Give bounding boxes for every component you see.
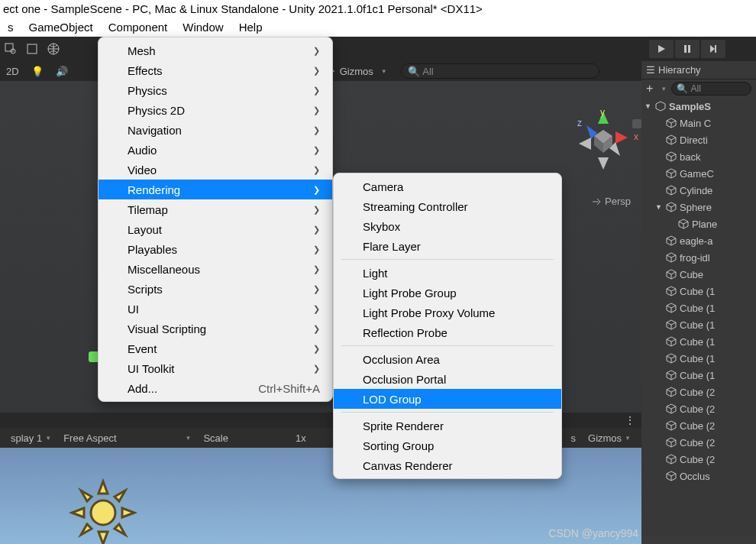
- menu-gameobject[interactable]: GameObject: [21, 19, 101, 35]
- hierarchy-item[interactable]: Cube (2: [641, 434, 756, 451]
- chevron-right-icon: ❯: [313, 66, 320, 76]
- menu-item-occlusion-portal[interactable]: Occlusion Portal: [334, 369, 561, 389]
- svg-line-106: [667, 423, 671, 426]
- scene-root[interactable]: ▼SampleS: [641, 98, 756, 115]
- menu-item-ui[interactable]: UI❯: [99, 299, 332, 319]
- svg-line-54: [667, 205, 671, 207]
- hierarchy-item[interactable]: frog-idl: [641, 249, 756, 266]
- menu-item-scripts[interactable]: Scripts❯: [99, 279, 332, 299]
- menu-window[interactable]: Window: [175, 19, 231, 35]
- gameobject-icon: [666, 202, 677, 212]
- game-gizmos-dropdown[interactable]: Gizmos▼: [582, 432, 637, 444]
- menu-item-navigation[interactable]: Navigation❯: [99, 120, 332, 140]
- game-s-toggle[interactable]: s: [565, 432, 583, 444]
- svg-line-55: [671, 205, 676, 207]
- menu-item-tilemap[interactable]: Tilemap❯: [99, 199, 332, 219]
- audio-toggle-icon[interactable]: 🔊: [50, 66, 74, 77]
- axis-z: z: [577, 118, 582, 128]
- kebab-menu-icon[interactable]: ⋮: [625, 414, 635, 426]
- hierarchy-item[interactable]: Occlus: [641, 468, 756, 484]
- svg-line-103: [671, 406, 676, 409]
- menu-item-visual-scripting[interactable]: Visual Scripting❯: [99, 319, 332, 338]
- perspective-label[interactable]: Persp: [591, 196, 631, 207]
- menu-item-streaming-controller[interactable]: Streaming Controller: [334, 196, 561, 216]
- svg-line-34: [667, 121, 671, 123]
- menu-item-effects[interactable]: Effects❯: [99, 60, 332, 80]
- hierarchy-search-input[interactable]: 🔍 All: [671, 82, 751, 96]
- hierarchy-item[interactable]: Cube (2: [641, 384, 756, 400]
- menu-item-flare-layer[interactable]: Flare Layer: [334, 236, 561, 256]
- menu-item-canvas-renderer[interactable]: Canvas Renderer: [334, 455, 561, 475]
- expand-arrow-icon[interactable]: ▼: [655, 203, 663, 211]
- rect-tool-icon[interactable]: [21, 40, 43, 58]
- menu-item-event[interactable]: Event❯: [99, 338, 332, 358]
- scene-search-input[interactable]: 🔍 All: [401, 63, 599, 79]
- menu-item-add-[interactable]: Add...Ctrl+Shift+A: [99, 378, 332, 398]
- hierarchy-item[interactable]: ▼Sphere: [641, 199, 756, 215]
- hierarchy-item[interactable]: Cube (1: [641, 300, 756, 316]
- svg-marker-21: [579, 138, 591, 150]
- hierarchy-item[interactable]: Cube (2: [641, 400, 756, 417]
- hierarchy-item[interactable]: Cube (1: [641, 283, 756, 300]
- chevron-down-icon[interactable]: ▼: [661, 86, 667, 92]
- pause-button[interactable]: [675, 40, 699, 58]
- orientation-gizmo[interactable]: y x z: [573, 110, 634, 171]
- menu-item-sorting-group[interactable]: Sorting Group: [334, 436, 561, 455]
- menu-item-light-probe-group[interactable]: Light Probe Group: [334, 283, 561, 303]
- hierarchy-item[interactable]: Cube (1: [641, 316, 756, 333]
- menu-item-physics-2d[interactable]: Physics 2D❯: [99, 100, 332, 120]
- play-button[interactable]: [649, 40, 674, 58]
- hierarchy-item[interactable]: Cylinde: [641, 182, 756, 199]
- hierarchy-item[interactable]: Cube (1: [641, 350, 756, 367]
- hierarchy-tab[interactable]: ☰ Hierarchy: [641, 61, 756, 79]
- menu-item-skybox[interactable]: Skybox: [334, 216, 561, 236]
- hierarchy-item[interactable]: Plane: [641, 215, 756, 232]
- menu-item-ui-toolkit[interactable]: UI Toolkit❯: [99, 358, 332, 378]
- menu-item-video[interactable]: Video❯: [99, 160, 332, 180]
- svg-line-67: [671, 255, 676, 257]
- hierarchy-item[interactable]: GameC: [641, 165, 756, 182]
- menu-item-miscellaneous[interactable]: Miscellaneous❯: [99, 259, 332, 279]
- aspect-dropdown[interactable]: Free Aspect▼: [57, 432, 197, 444]
- menu-item-reflection-probe[interactable]: Reflection Probe: [334, 322, 561, 342]
- menu-item-rendering[interactable]: Rendering❯: [99, 180, 332, 199]
- svg-line-115: [671, 457, 676, 459]
- menu-item-physics[interactable]: Physics❯: [99, 80, 332, 100]
- gameobject-icon: [666, 454, 677, 465]
- gameobject-icon: [666, 168, 677, 179]
- hierarchy-item[interactable]: Cube (2: [641, 417, 756, 434]
- menu-item-lod-group[interactable]: LOD Group: [334, 389, 561, 409]
- menu-help[interactable]: Help: [231, 19, 270, 35]
- view-2d-toggle[interactable]: 2D: [0, 66, 25, 77]
- menu-item[interactable]: s: [0, 19, 21, 35]
- step-button[interactable]: [701, 40, 725, 58]
- hierarchy-panel: ☰ Hierarchy + ▼ 🔍 All ▼SampleSMain CDire…: [641, 61, 756, 536]
- menu-item-mesh[interactable]: Mesh❯: [99, 40, 332, 60]
- add-button[interactable]: +: [646, 82, 653, 96]
- menu-item-playables[interactable]: Playables❯: [99, 239, 332, 259]
- hierarchy-item[interactable]: Cube (1: [641, 367, 756, 384]
- svg-line-71: [671, 272, 676, 274]
- hierarchy-item[interactable]: Cube (2: [641, 451, 756, 468]
- menu-item-light[interactable]: Light: [334, 263, 561, 283]
- menu-component[interactable]: Component: [101, 19, 176, 35]
- menu-item-occlusion-area[interactable]: Occlusion Area: [334, 349, 561, 369]
- hierarchy-item[interactable]: Cube: [641, 266, 756, 283]
- globe-tool-icon[interactable]: [43, 40, 64, 58]
- menu-item-layout[interactable]: Layout❯: [99, 219, 332, 239]
- hierarchy-item[interactable]: back: [641, 148, 756, 165]
- hierarchy-item[interactable]: Directi: [641, 131, 756, 148]
- pivot-toggle-icon[interactable]: [0, 40, 21, 58]
- svg-marker-18: [615, 131, 628, 144]
- chevron-right-icon: ❯: [313, 105, 320, 115]
- menu-item-audio[interactable]: Audio❯: [99, 140, 332, 160]
- menu-item-sprite-renderer[interactable]: Sprite Renderer: [334, 416, 561, 436]
- menu-item-light-probe-proxy-volume[interactable]: Light Probe Proxy Volume: [334, 303, 561, 322]
- menu-item-camera[interactable]: Camera: [334, 176, 561, 196]
- hierarchy-item[interactable]: eagle-a: [641, 232, 756, 249]
- light-toggle-icon[interactable]: 💡: [25, 66, 50, 77]
- expand-arrow-icon[interactable]: ▼: [645, 102, 652, 110]
- display-dropdown[interactable]: splay 1▼: [5, 432, 57, 444]
- hierarchy-item[interactable]: Main C: [641, 115, 756, 131]
- hierarchy-item[interactable]: Cube (1: [641, 333, 756, 350]
